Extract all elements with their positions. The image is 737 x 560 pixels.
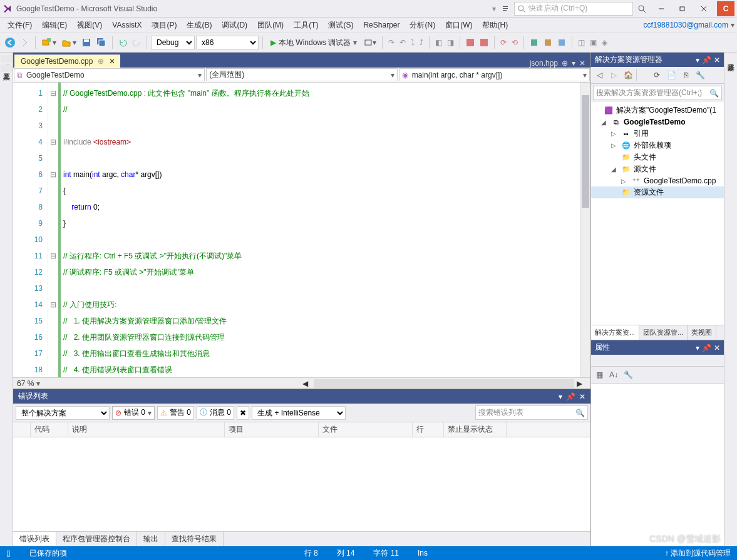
global-combo[interactable]: (全局范围)▾ — [206, 68, 397, 81]
restore-button[interactable] — [672, 2, 693, 16]
ext-btn1[interactable] — [528, 35, 540, 50]
status-scm[interactable]: ↑ 添加到源代码管理 — [665, 548, 731, 559]
vax-btn2[interactable]: ⟲ — [510, 35, 520, 50]
sln-btn2[interactable]: 📄 — [665, 69, 678, 81]
menu-item[interactable]: 帮助(H) — [477, 19, 513, 31]
va-btn1[interactable] — [464, 35, 477, 50]
error-col[interactable]: 禁止显示状态 — [444, 422, 507, 437]
caret-icon[interactable]: ▾ — [492, 4, 498, 13]
menu-item[interactable]: 测试(S) — [323, 19, 358, 31]
sln-tab[interactable]: 解决方案资... — [591, 325, 639, 340]
menu-item[interactable]: 文件(F) — [3, 19, 37, 31]
props-pin-icon[interactable]: 📌 — [702, 344, 711, 352]
toolbox-tab[interactable]: 工具箱 — [1, 64, 13, 72]
menu-item[interactable]: 生成(B) — [182, 19, 217, 31]
panel-menu-icon[interactable]: ▾ — [559, 392, 562, 401]
tab-overflow-icon[interactable]: ▾ — [572, 59, 575, 68]
minimize-button[interactable] — [651, 2, 672, 16]
save-button[interactable] — [80, 35, 93, 50]
panel-close-icon[interactable]: ✕ — [579, 392, 585, 401]
error-scope-select[interactable]: 整个解决方案 — [16, 406, 110, 420]
server-explorer-tab[interactable]: 服务器资源管理器 — [1, 55, 13, 63]
props-sort-icon[interactable]: A↓ — [607, 369, 620, 381]
menu-item[interactable]: 项目(P) — [147, 19, 182, 31]
step-btn2[interactable]: ↶ — [398, 35, 408, 50]
sln-close-icon[interactable]: ✕ — [714, 56, 720, 64]
bottom-tab[interactable]: 程序包管理器控制台 — [56, 532, 137, 546]
menu-item[interactable]: 调试(D) — [217, 19, 252, 31]
func-combo[interactable]: ◉main(int argc, char * argv[])▾ — [399, 68, 590, 81]
ext-btn2[interactable] — [542, 35, 554, 50]
build-filter-select[interactable]: 生成 + IntelliSense — [252, 406, 346, 420]
sln-fwd-icon[interactable]: ▷ — [607, 69, 620, 81]
bottom-tab[interactable]: 错误列表 — [13, 532, 56, 546]
sln-home-icon[interactable]: 🏠 — [622, 69, 634, 81]
close-inactive-icon[interactable]: ✕ — [579, 59, 585, 68]
props-close-icon[interactable]: ✕ — [714, 344, 720, 352]
dropdown-icon[interactable]: ▾ — [731, 21, 734, 29]
save-all-button[interactable] — [95, 35, 108, 50]
close-button[interactable] — [693, 2, 714, 16]
menu-item[interactable]: 分析(N) — [405, 19, 440, 31]
props-menu-icon[interactable]: ▾ — [696, 344, 699, 352]
nav-back-button[interactable] — [3, 35, 18, 50]
pin-icon[interactable]: ⊕ — [98, 57, 104, 66]
new-project-button[interactable]: ▾ — [39, 35, 58, 50]
error-col[interactable] — [13, 422, 31, 437]
clear-filter[interactable]: ✖ — [237, 406, 249, 420]
props-cat-icon[interactable]: ▦ — [593, 369, 606, 381]
scope-combo[interactable]: ⧉GoogleTestDemo▾ — [14, 68, 205, 81]
h-scrollbar[interactable] — [314, 379, 574, 388]
sln-pin-icon[interactable]: 📌 — [702, 56, 711, 64]
sln-search[interactable]: 搜索解决方案资源管理器(Ctrl+;)🔍 — [593, 86, 722, 100]
redo-button[interactable] — [130, 35, 143, 50]
error-col[interactable]: 项目 — [225, 422, 319, 437]
sln-back-icon[interactable]: ◁ — [593, 69, 606, 81]
step-btn1[interactable]: ↷ — [386, 35, 396, 50]
start-debug-button[interactable]: ▶本地 Windows 调试器▾ — [267, 38, 361, 48]
menu-item[interactable]: ReSharper — [358, 19, 405, 31]
zoom-level[interactable]: 67 % — [17, 379, 34, 388]
platform-select[interactable]: x86 — [196, 36, 259, 49]
menu-item[interactable]: 窗口(W) — [440, 19, 477, 31]
panel-pin-icon[interactable]: 📌 — [566, 392, 575, 401]
error-col[interactable]: 行 — [413, 422, 444, 437]
account-email[interactable]: ccf19881030@gmail.com — [643, 21, 728, 29]
search-glass-icon[interactable] — [637, 4, 647, 14]
menu-item[interactable]: 团队(M) — [252, 19, 289, 31]
sln-menu-icon[interactable]: ▾ — [696, 56, 699, 64]
error-col[interactable]: 文件 — [319, 422, 413, 437]
sln-btn1[interactable]: ⟳ — [651, 69, 663, 81]
quick-launch-input[interactable]: 快速启动 (Ctrl+Q) — [514, 2, 633, 16]
doc-tab-active[interactable]: GoogleTestDemo.cpp ⊕ ✕ — [14, 54, 120, 68]
vax-btn1[interactable]: ⟳ — [498, 35, 508, 50]
bottom-tab[interactable]: 输出 — [137, 532, 165, 546]
config-select[interactable]: Debug — [151, 36, 195, 49]
code-editor[interactable]: // GoogleTestDemo.cpp : 此文件包含 "main" 函数。… — [61, 83, 580, 377]
open-file-button[interactable]: ▾ — [59, 35, 78, 50]
debug-target-button[interactable]: ▾ — [362, 35, 378, 50]
undo-button[interactable] — [116, 35, 129, 50]
props-combo[interactable] — [591, 355, 724, 367]
split-v-icon[interactable]: ▶ — [577, 379, 585, 388]
ext-btn3[interactable] — [555, 35, 568, 50]
misc-btn1[interactable]: ◧ — [433, 35, 444, 50]
messages-filter[interactable]: ⓘ消息 0 — [197, 406, 234, 420]
split-h-icon[interactable]: ◀ — [302, 379, 311, 388]
inactive-pin-icon[interactable]: ⊕ — [562, 59, 568, 68]
nav-fwd-button[interactable] — [19, 35, 31, 50]
error-col[interactable]: 代码 — [31, 422, 68, 437]
va-btn2[interactable] — [478, 35, 490, 50]
sln-btn3[interactable]: ⎘ — [679, 69, 692, 81]
bottom-tab[interactable]: 查找符号结果 — [165, 532, 224, 546]
doc-tab-inactive[interactable]: json.hpp — [530, 59, 558, 68]
ext-btn4[interactable]: ◫ — [576, 35, 587, 50]
step-btn3[interactable]: ⤵ — [409, 35, 416, 50]
v-scrollbar[interactable] — [580, 83, 590, 377]
sln-tree[interactable]: 🟪解决方案"GoogleTestDemo"(1 ◢⧉GoogleTestDemo… — [591, 102, 724, 325]
sln-header[interactable]: 解决方案资源管理器 ▾📌✕ — [591, 53, 724, 67]
error-search[interactable]: 搜索错误列表🔍 — [475, 405, 588, 420]
sln-tab[interactable]: 团队资源管... — [639, 325, 688, 340]
sln-tab[interactable]: 类视图 — [688, 325, 716, 340]
menu-item[interactable]: 编辑(E) — [37, 19, 72, 31]
